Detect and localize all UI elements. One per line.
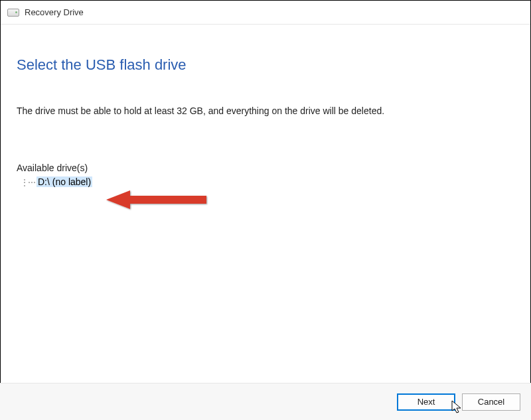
drive-tree: ⋮⋯D:\ (no label) — [17, 176, 514, 188]
tree-connector-icon: ⋮⋯ — [21, 178, 35, 187]
available-drives-label: Available drive(s) — [17, 163, 514, 173]
wizard-footer: Next Cancel — [0, 383, 531, 420]
cancel-button[interactable]: Cancel — [462, 393, 520, 411]
titlebar: Recovery Drive — [1, 1, 530, 25]
svg-marker-0 — [106, 190, 206, 209]
page-heading: Select the USB flash drive — [17, 56, 514, 74]
window-title: Recovery Drive — [25, 7, 84, 17]
next-button[interactable]: Next — [397, 393, 455, 411]
wizard-content: Select the USB flash drive The drive mus… — [1, 25, 530, 383]
annotation-arrow-icon — [104, 186, 210, 213]
drive-icon — [7, 9, 19, 17]
drive-list-item[interactable]: D:\ (no label) — [37, 176, 92, 187]
instruction-text: The drive must be able to hold at least … — [17, 105, 514, 116]
